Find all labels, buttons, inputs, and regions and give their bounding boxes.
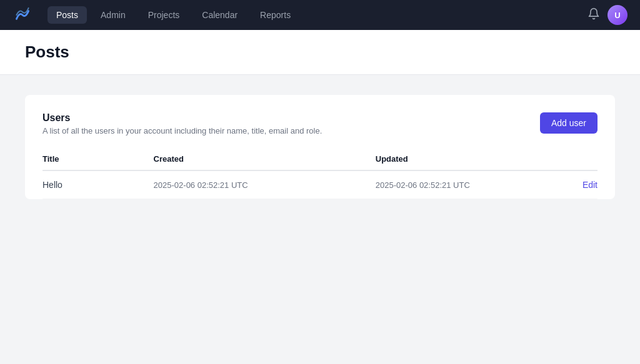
col-header-created: Created bbox=[154, 148, 376, 170]
row-edit-action[interactable]: Edit bbox=[570, 170, 598, 199]
card-description: A list of all the users in your account … bbox=[42, 126, 322, 135]
col-header-title: Title bbox=[42, 148, 154, 170]
row-updated: 2025-02-06 02:52:21 UTC bbox=[376, 170, 570, 199]
table-header-row: Title Created Updated bbox=[42, 148, 598, 170]
table-header: Title Created Updated bbox=[42, 148, 598, 170]
nav-item-projects[interactable]: Projects bbox=[139, 6, 189, 24]
row-created: 2025-02-06 02:52:21 UTC bbox=[154, 170, 376, 199]
page-header: Posts bbox=[0, 30, 640, 75]
main-content: Users A list of all the users in your ac… bbox=[0, 75, 640, 219]
nav-item-posts[interactable]: Posts bbox=[48, 6, 87, 24]
col-header-updated: Updated bbox=[376, 148, 570, 170]
users-table: Title Created Updated Hello 2025-02-06 0… bbox=[42, 148, 598, 199]
nav-right: U bbox=[588, 5, 628, 25]
app-logo[interactable] bbox=[12, 5, 32, 25]
edit-link[interactable]: Edit bbox=[582, 180, 598, 190]
table-row: Hello 2025-02-06 02:52:21 UTC 2025-02-06… bbox=[42, 170, 598, 199]
row-title: Hello bbox=[42, 170, 154, 199]
nav-item-calendar[interactable]: Calendar bbox=[193, 6, 246, 24]
card-info: Users A list of all the users in your ac… bbox=[42, 112, 322, 135]
notification-bell-icon[interactable] bbox=[588, 7, 600, 23]
navbar: Posts Admin Projects Calendar Reports U bbox=[0, 0, 640, 30]
nav-item-admin[interactable]: Admin bbox=[92, 6, 134, 24]
card-header: Users A list of all the users in your ac… bbox=[42, 112, 598, 135]
add-user-button[interactable]: Add user bbox=[540, 112, 598, 134]
card-title: Users bbox=[42, 112, 322, 124]
user-avatar[interactable]: U bbox=[608, 5, 628, 25]
table-body: Hello 2025-02-06 02:52:21 UTC 2025-02-06… bbox=[42, 170, 598, 199]
nav-item-reports[interactable]: Reports bbox=[251, 6, 299, 24]
col-header-action bbox=[570, 148, 598, 170]
users-card: Users A list of all the users in your ac… bbox=[25, 95, 615, 199]
page-title: Posts bbox=[25, 42, 615, 62]
